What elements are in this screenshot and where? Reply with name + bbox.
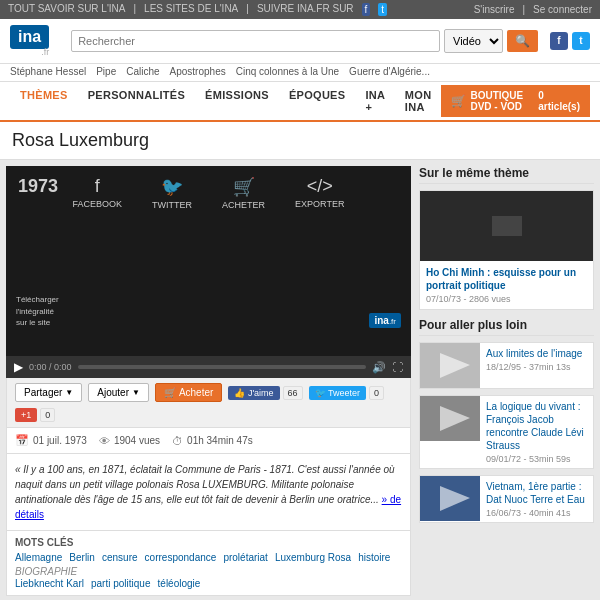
tag-luxemburg[interactable]: Luxemburg Rosa [275, 552, 351, 563]
meta-date-value: 01 juil. 1973 [33, 435, 87, 446]
play-button[interactable]: ▶ [14, 360, 23, 374]
nav-emissions[interactable]: ÉMISSIONS [195, 82, 279, 120]
fullscreen-icon[interactable]: ⛶ [392, 361, 403, 373]
shop-video-icon: 🛒 [233, 176, 255, 198]
boutique-button[interactable]: 🛒 BOUTIQUE DVD - VOD 0 article(s) [441, 85, 590, 117]
ina-logo[interactable]: ina [10, 25, 49, 49]
nav-mon-ina[interactable]: MON INA [395, 82, 442, 120]
cart-count: 0 article(s) [538, 90, 580, 112]
boutique-label: BOUTIQUE DVD - VOD [470, 90, 534, 112]
tag-histoire[interactable]: histoire [358, 552, 390, 563]
ajouter-button[interactable]: Ajouter ▼ [88, 383, 149, 402]
time-display: 0:00 / 0:00 [29, 362, 72, 372]
bio-tag-teleologie[interactable]: téléologie [158, 578, 201, 589]
nav-right: 🛒 BOUTIQUE DVD - VOD 0 article(s) [441, 85, 590, 117]
tag-proletariat[interactable]: prolétariat [223, 552, 267, 563]
connecter-link[interactable]: Se connecter [533, 4, 592, 15]
related-card-meta-1: 09/01/72 - 53min 59s [486, 454, 587, 464]
search-input-wrap [71, 30, 440, 52]
inscrire-link[interactable]: S'inscrire [474, 4, 515, 15]
tweet-count: 0 [369, 386, 384, 400]
sublinks-bar: Stéphane Hessel Pipe Caliche Apostrophes… [0, 64, 600, 82]
tag-berlin[interactable]: Berlin [69, 552, 95, 563]
video-exporter[interactable]: </> EXPORTER [295, 176, 344, 210]
top-bar-left: TOUT SAVOIR SUR L'INA | LES SITES DE L'I… [8, 3, 387, 16]
related-date-1: 09/01/72 [486, 454, 521, 464]
ajouter-label: Ajouter [97, 387, 129, 398]
video-acheter[interactable]: 🛒 ACHETER [222, 176, 265, 210]
theme-card[interactable]: Ho Chi Minh : esquisse pour un portrait … [419, 190, 594, 310]
tag-censure[interactable]: censure [102, 552, 138, 563]
video-tw-label: TWITTER [152, 200, 192, 210]
related-card-img-1 [420, 396, 480, 441]
fb-small-icon: f [362, 3, 371, 16]
sublink-pipe[interactable]: Pipe [96, 66, 116, 77]
eye-icon: 👁 [99, 435, 110, 447]
theme-card-svg [487, 211, 527, 241]
related-card-meta-0: 18/12/95 - 37min 13s [486, 362, 587, 372]
video-shop-label: ACHETER [222, 200, 265, 210]
related-card-title-2[interactable]: Vietnam, 1ère partie : Dat Nuoc Terre et… [486, 480, 587, 506]
related-card-body-1: La logique du vivant : François Jacob re… [480, 396, 593, 468]
nav-epoques[interactable]: ÉPOQUES [279, 82, 356, 120]
video-fb-label: FACEBOOK [73, 199, 123, 209]
sublink-apostrophes[interactable]: Apostrophes [170, 66, 226, 77]
logo-wrap[interactable]: ina .fr [10, 25, 49, 57]
ajouter-caret: ▼ [132, 388, 140, 397]
bio-tag-parti[interactable]: parti politique [91, 578, 150, 589]
acheter-button[interactable]: 🛒 Acheter [155, 383, 222, 402]
bio-tag-liebknecht[interactable]: Liebknecht Karl [15, 578, 84, 589]
link-les-sites[interactable]: LES SITES DE L'INA [144, 3, 238, 16]
related-dur-0: 37min 13s [529, 362, 571, 372]
progress-bar[interactable] [78, 365, 366, 369]
meta-date: 📅 01 juil. 1973 [15, 434, 87, 447]
related-card-1[interactable]: La logique du vivant : François Jacob re… [419, 395, 594, 469]
search-button[interactable]: 🔍 [507, 30, 538, 52]
video-facebook[interactable]: f FACEBOOK [73, 176, 123, 210]
tag-correspondance[interactable]: correspondance [145, 552, 217, 563]
tweet-action: 🐦 Tweeter 0 [309, 386, 384, 400]
like-button[interactable]: 👍 J'aime [228, 386, 279, 400]
related-card-title-0[interactable]: Aux limites de l'image [486, 347, 587, 360]
search-input[interactable] [71, 30, 440, 52]
related-card-0[interactable]: Aux limites de l'image 18/12/95 - 37min … [419, 342, 594, 389]
twitter-header-icon[interactable]: t [572, 32, 590, 50]
tags-list: Allemagne Berlin censure correspondance … [15, 551, 402, 563]
sublink-cinq[interactable]: Cinq colonnes à la Une [236, 66, 339, 77]
related-card-title-1[interactable]: La logique du vivant : François Jacob re… [486, 400, 587, 452]
video-controls-bar: ▶ 0:00 / 0:00 🔊 ⛶ [6, 356, 411, 378]
tag-allemagne[interactable]: Allemagne [15, 552, 62, 563]
main-content: 1973 f FACEBOOK 🐦 TWITTER 🛒 ACHETER </> … [0, 160, 600, 600]
right-column: Sur le même thème Ho Chi Minh : esquisse… [419, 166, 594, 600]
sublink-caliche[interactable]: Caliche [126, 66, 159, 77]
video-twitter[interactable]: 🐦 TWITTER [152, 176, 192, 210]
link-suivre[interactable]: SUIVRE INA.FR SUR [257, 3, 354, 16]
related-card-img-2 [420, 476, 480, 521]
search-type-select[interactable]: Vidéo Audio [444, 29, 503, 53]
like-action: 👍 J'aime 66 [228, 386, 302, 400]
gplus-button[interactable]: +1 [15, 408, 37, 422]
nav-ina-plus[interactable]: INA + [355, 82, 394, 120]
left-column: 1973 f FACEBOOK 🐦 TWITTER 🛒 ACHETER </> … [6, 166, 411, 600]
related-svg-0 [420, 343, 480, 388]
video-ina-logo: ina.fr [369, 313, 401, 328]
partager-button[interactable]: Partager ▼ [15, 383, 82, 402]
nav-personnalites[interactable]: PERSONNALITÉS [78, 82, 195, 120]
nav-themes[interactable]: THÈMES [10, 82, 78, 120]
theme-card-title[interactable]: Ho Chi Minh : esquisse pour un portrait … [426, 266, 587, 292]
main-nav: THÈMES PERSONNALITÉS ÉMISSIONS ÉPOQUES I… [0, 82, 600, 122]
search-area: Vidéo Audio 🔍 [71, 29, 538, 53]
related-card-2[interactable]: Vietnam, 1ère partie : Dat Nuoc Terre et… [419, 475, 594, 523]
video-download-area: Téléchargerl'intégralitésur le site [16, 294, 59, 328]
bio-label: BIOGRAPHIE [15, 566, 402, 577]
action-bar: Partager ▼ Ajouter ▼ 🛒 Acheter 👍 J'aime … [6, 378, 411, 428]
tweet-button[interactable]: 🐦 Tweeter [309, 386, 366, 400]
sublink-algerie[interactable]: Guerre d'Algérie... [349, 66, 430, 77]
facebook-header-icon[interactable]: f [550, 32, 568, 50]
volume-icon[interactable]: 🔊 [372, 361, 386, 374]
video-player[interactable]: 1973 f FACEBOOK 🐦 TWITTER 🛒 ACHETER </> … [6, 166, 411, 356]
facebook-video-icon: f [95, 176, 100, 197]
sublink-hessel[interactable]: Stéphane Hessel [10, 66, 86, 77]
tweet-label: Tweeter [328, 388, 360, 398]
link-tout-savoir[interactable]: TOUT SAVOIR SUR L'INA [8, 3, 126, 16]
